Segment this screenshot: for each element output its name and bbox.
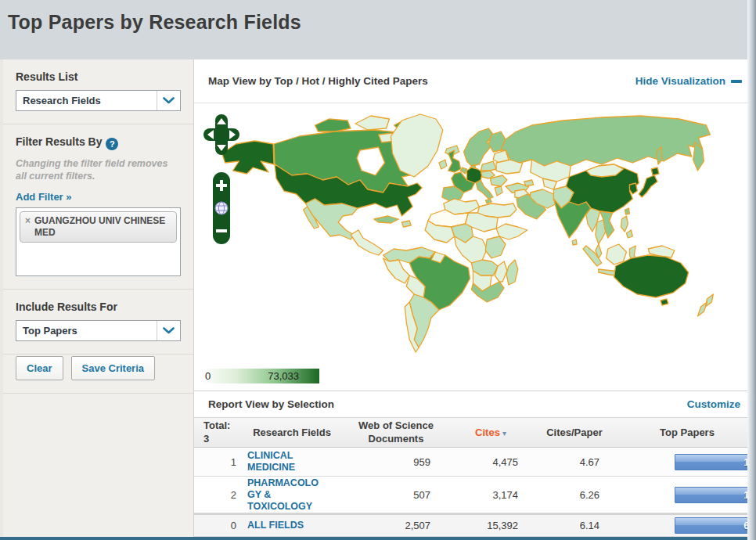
report-view-header: Report View by Selection Customize [194,391,756,418]
wos-documents-value: 959 [335,456,445,468]
island-sakhalin[interactable] [657,147,662,164]
cites-per-paper-value: 6.14 [524,520,612,531]
row-rank: 1 [194,456,236,468]
world-map-visualization: 0 73,033 [194,103,756,392]
filter-chip[interactable]: × GUANGZHOU UNIV CHINESE MED [20,211,177,243]
report-view-title: Report View by Selection [208,398,334,410]
country-mozambique[interactable] [495,261,507,282]
hide-visualization-link[interactable]: Hide Visualization [635,75,742,87]
help-icon[interactable]: ? [106,138,118,150]
include-results-section: Include Results For Top Papers [3,290,193,355]
collapse-minus-icon [731,80,742,83]
island-borneo[interactable] [607,244,627,265]
column-header-top-papers[interactable]: Top Papers [618,427,756,438]
country-australia[interactable] [614,255,689,297]
top-papers-bar: 1 [675,454,752,470]
results-list-selected-value: Research Fields [16,95,101,106]
choropleth-world-map[interactable] [199,105,739,365]
map-color-scale-legend: 0 73,033 [202,369,319,383]
top-papers-bar: 6 [675,517,752,534]
arctic-island[interactable] [315,119,351,131]
filter-note: Changing the filter field removes all cu… [16,157,181,183]
vertical-scrollbar[interactable] [747,0,756,540]
add-filter-link[interactable]: Add Filter » [16,191,72,203]
row-rank: 0 [194,520,236,531]
table-row: 2 PHARMACOLOGY & TOXICOLOGY 507 3,174 6.… [194,477,756,513]
filter-list-box: × GUANGZHOU UNIV CHINESE MED [16,207,181,276]
country-poland[interactable] [481,161,496,171]
filter-label: Filter Results By? [16,135,181,150]
page-title: Top Papers by Research Fields [8,11,756,34]
sort-desc-icon[interactable]: ▾ [502,429,506,437]
country-taiwan[interactable] [625,208,629,214]
country-italy[interactable] [476,180,493,203]
region-central-asia[interactable] [531,160,571,189]
results-list-section: Results List Research Fields [3,59,193,124]
results-list-dropdown[interactable]: Research Fields [16,90,181,111]
table-row: 1 CLINICAL MEDICINE 959 4,475 4.67 1 [194,448,756,477]
row-rank: 2 [194,489,236,501]
region-east-africa[interactable] [485,236,506,258]
zoom-out-icon[interactable] [216,229,227,232]
legend-min-value: 0 [205,369,211,383]
results-list-label: Results List [16,70,181,83]
arctic-island[interactable] [355,116,390,130]
total-count: Total: 3 [194,419,243,445]
column-header-cites-per-paper[interactable]: Cites/Paper [531,427,618,438]
research-field-link[interactable]: ALL FIELDS [236,520,324,531]
region-balkans[interactable] [490,175,507,186]
region-scandinavia[interactable] [464,128,494,166]
country-japan[interactable] [639,167,659,197]
region-caucasus[interactable] [524,180,534,186]
save-criteria-button[interactable]: Save Criteria [71,356,156,380]
cites-per-paper-value: 6.26 [524,489,612,501]
report-table-header: Total: 3 Research Fields Web of Science … [194,418,756,448]
chevron-down-icon[interactable] [157,91,180,110]
filter-chip-label: GUANGZHOU UNIV CHINESE MED [34,215,171,239]
cites-per-paper-value: 4.67 [524,456,612,468]
country-sri-lanka[interactable] [572,239,577,245]
sidebar-buttons: Clear Save Criteria [3,355,193,394]
map-pan-control[interactable] [203,114,239,158]
include-results-dropdown[interactable]: Top Papers [16,320,181,341]
island-tasmania[interactable] [661,299,668,305]
cites-value: 15,392 [445,520,524,531]
country-greece[interactable] [495,186,502,196]
column-header-wos-documents[interactable]: Web of Science Documents [341,419,451,445]
hide-visualization-label: Hide Visualization [635,75,725,87]
customize-link[interactable]: Customize [687,398,740,410]
country-ireland[interactable] [439,160,447,169]
region-congo[interactable] [455,236,488,263]
page-header: Top Papers by Research Fields [0,0,756,59]
country-russia[interactable] [501,116,710,166]
include-results-selected-value: Top Papers [16,325,77,337]
cites-value: 3,174 [445,489,524,501]
region-kamchatka[interactable] [693,142,704,171]
include-results-label: Include Results For [16,301,181,313]
research-field-link[interactable]: CLINICAL MEDICINE [236,450,324,473]
wos-documents-value: 2,507 [335,520,445,531]
globe-icon[interactable] [215,202,228,214]
region-central-europe[interactable] [481,171,495,178]
country-cuba[interactable] [374,216,399,223]
sidebar: Results List Research Fields Filter Resu… [3,59,194,537]
country-south-korea[interactable] [629,183,637,194]
chevron-down-icon[interactable] [157,321,180,340]
country-ethiopia[interactable] [496,224,527,239]
pan-cross-icon[interactable] [203,114,239,155]
country-new-zealand[interactable] [698,294,714,316]
country-madagascar[interactable] [506,260,518,285]
country-hispaniola[interactable] [401,221,411,227]
remove-filter-icon[interactable]: × [25,215,31,239]
map-zoom-control[interactable] [213,172,230,247]
research-field-link[interactable]: PHARMACOLOGY & TOXICOLOGY [236,477,324,513]
region-central-america[interactable] [351,230,383,255]
legend-max-value: 73,033 [268,369,299,383]
total-value: 3 [203,433,243,445]
clear-button[interactable]: Clear [16,356,63,380]
column-header-research-fields[interactable]: Research Fields [243,427,341,438]
bottom-border-strip [0,537,756,540]
column-header-cites[interactable]: Cites▾ [451,427,531,438]
country-philippines[interactable] [621,216,633,238]
total-label: Total: [203,419,243,432]
